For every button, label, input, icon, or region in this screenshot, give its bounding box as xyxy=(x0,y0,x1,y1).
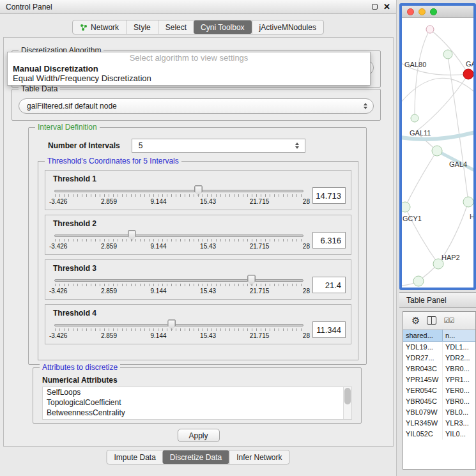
node-label: GAL11 xyxy=(410,129,431,137)
cell[interactable]: YPR1... xyxy=(443,374,475,385)
dropdown-item-manual-discretization[interactable]: Manual Discretization xyxy=(8,64,370,73)
cell[interactable]: YDR27... xyxy=(403,353,443,364)
network-node[interactable] xyxy=(463,197,473,207)
table-row[interactable]: YBL079WYBL0... xyxy=(403,407,475,418)
cell[interactable]: YDL19... xyxy=(403,342,443,353)
top-tabstrip: Network Style Select Cyni Toolbox jActiv… xyxy=(72,20,324,35)
tab-label: Cyni Toolbox xyxy=(201,23,244,32)
table-header-row: shared... n... xyxy=(403,330,475,342)
cell[interactable]: YDR2... xyxy=(443,353,475,364)
table-panel-title: Table Panel xyxy=(406,296,447,305)
cell[interactable]: YER054C xyxy=(403,385,443,396)
network-node[interactable] xyxy=(413,276,424,286)
cell[interactable]: YER0... xyxy=(443,385,475,396)
slider-track[interactable] xyxy=(54,324,303,326)
network-node[interactable] xyxy=(443,50,452,59)
cell[interactable]: YBL0... xyxy=(443,407,475,418)
cell[interactable]: YIL052C xyxy=(403,429,443,440)
table-data-combobox[interactable]: galFiltered.sif default node xyxy=(19,98,374,114)
gear-icon[interactable]: ⚙ xyxy=(411,315,420,326)
numerical-attributes-label: Numerical Attributes xyxy=(42,376,361,385)
network-node[interactable] xyxy=(411,114,418,122)
cell[interactable]: YBR045C xyxy=(403,396,443,407)
column-header-shared[interactable]: shared... xyxy=(403,330,443,341)
cell[interactable]: YBR0... xyxy=(443,364,475,374)
threshold-1-slider[interactable]: -3.4262.8599.14415.4321.71528 xyxy=(54,184,303,207)
tab-label: Discretize Data xyxy=(170,453,222,462)
select-columns-icon[interactable]: ☑☑ xyxy=(443,317,454,324)
float-window-icon[interactable] xyxy=(372,4,378,10)
cell[interactable]: YBL079W xyxy=(403,407,443,418)
cell[interactable]: YIL0... xyxy=(443,429,475,440)
cell[interactable]: YPR145W xyxy=(403,374,443,385)
number-of-intervals-combobox[interactable]: 5 xyxy=(132,139,305,153)
cell[interactable]: YDL1... xyxy=(443,342,475,353)
cell[interactable]: YBR043C xyxy=(403,364,443,374)
minimize-traffic-light-icon[interactable] xyxy=(418,8,426,15)
slider-scale: -3.4262.8599.14415.4321.71528 xyxy=(49,243,310,250)
tab-select[interactable]: Select xyxy=(158,20,194,34)
apply-button[interactable]: Apply xyxy=(178,429,220,442)
table-row[interactable]: YLR345WYLR3... xyxy=(403,418,475,429)
table-row[interactable]: YBR043CYBR0... xyxy=(403,364,475,374)
slider-ticks xyxy=(55,328,303,331)
threshold-3-slider[interactable]: -3.4262.8599.14415.4321.71528 xyxy=(54,273,303,296)
slider-track[interactable] xyxy=(54,190,303,192)
columns-icon[interactable] xyxy=(427,316,436,325)
slider-track[interactable] xyxy=(54,234,303,237)
column-header-name[interactable]: n... xyxy=(443,330,475,341)
scrollbar[interactable] xyxy=(343,387,351,419)
numerical-attributes-list[interactable]: SelfLoops TopologicalCoefficient Between… xyxy=(42,387,352,420)
network-canvas[interactable]: GAL80 GA GAL11 GAL4 GCY1 H HAP2 xyxy=(402,18,473,288)
table-row[interactable]: YIL052CYIL0... xyxy=(403,429,475,440)
table-toolbar: ⚙ ☑☑ xyxy=(403,312,475,330)
network-node[interactable] xyxy=(402,202,410,212)
tab-infer-network[interactable]: Infer Network xyxy=(229,450,289,464)
threshold-4-value-field[interactable]: 11.344 xyxy=(312,321,346,338)
slider-scale: -3.4262.8599.14415.4321.71528 xyxy=(49,288,310,295)
list-item[interactable]: TopologicalCoefficient xyxy=(43,397,351,408)
dropdown-item-equal-width-frequency[interactable]: Equal Width/Frequency Discretization xyxy=(8,73,370,83)
table-row[interactable]: YER054CYER0... xyxy=(403,385,475,396)
close-traffic-light-icon[interactable] xyxy=(407,8,414,15)
scale-label: 15.43 xyxy=(200,288,216,295)
tab-label: Select xyxy=(165,23,187,32)
network-view-window[interactable]: GAL80 GA GAL11 GAL4 GCY1 H HAP2 xyxy=(399,3,476,290)
dropdown-prompt[interactable]: Select algorithm to view settings xyxy=(8,52,370,64)
list-item[interactable]: SelfLoops xyxy=(43,387,351,397)
threshold-2-value-field[interactable]: 6.316 xyxy=(312,232,346,249)
threshold-1-value-field[interactable]: 14.713 xyxy=(312,187,346,204)
threshold-2-slider[interactable]: -3.4262.8599.14415.4321.71528 xyxy=(54,229,303,252)
cell[interactable]: YBR0... xyxy=(443,396,475,407)
close-icon[interactable]: ✕ xyxy=(383,3,390,11)
slider-track[interactable] xyxy=(54,279,303,282)
list-item[interactable]: BetweennessCentrality xyxy=(43,408,351,418)
threshold-panel-4: Threshold 4 -3.4262.8599.14415.4321.7152… xyxy=(45,304,351,344)
selected-network-node[interactable] xyxy=(463,69,473,79)
tab-impute-data[interactable]: Impute Data xyxy=(107,450,162,464)
slider-scale: -3.4262.8599.14415.4321.71528 xyxy=(49,198,310,205)
network-node[interactable] xyxy=(432,146,442,156)
table-row[interactable]: YPR145WYPR1... xyxy=(403,374,475,385)
scrollbar-thumb[interactable] xyxy=(344,388,351,404)
table-row[interactable]: YDR27...YDR2... xyxy=(403,353,475,364)
cell[interactable]: YLR345W xyxy=(403,418,443,429)
tab-cyni-toolbox[interactable]: Cyni Toolbox xyxy=(194,20,251,34)
threshold-3-value-field[interactable]: 21.4 xyxy=(312,277,346,293)
threshold-4-slider[interactable]: -3.4262.8599.14415.4321.71528 xyxy=(54,318,303,341)
tab-style[interactable]: Style xyxy=(126,20,158,34)
network-node[interactable] xyxy=(426,26,434,33)
tab-jactivemnodules[interactable]: jActiveMNodules xyxy=(252,20,323,34)
tab-discretize-data[interactable]: Discretize Data xyxy=(163,450,229,464)
table-row[interactable]: YDL19...YDL1... xyxy=(403,342,475,353)
tab-network[interactable]: Network xyxy=(73,20,126,34)
node-label: GAL80 xyxy=(404,61,426,68)
table-row[interactable]: YBR045CYBR0... xyxy=(403,396,475,407)
node-label: GA xyxy=(466,60,473,68)
node-label: GCY1 xyxy=(403,215,422,222)
slider-ticks xyxy=(55,284,303,286)
scale-label: 9.144 xyxy=(151,198,167,205)
scale-label: 2.859 xyxy=(101,332,117,339)
zoom-traffic-light-icon[interactable] xyxy=(430,8,437,15)
cell[interactable]: YLR3... xyxy=(443,418,475,429)
